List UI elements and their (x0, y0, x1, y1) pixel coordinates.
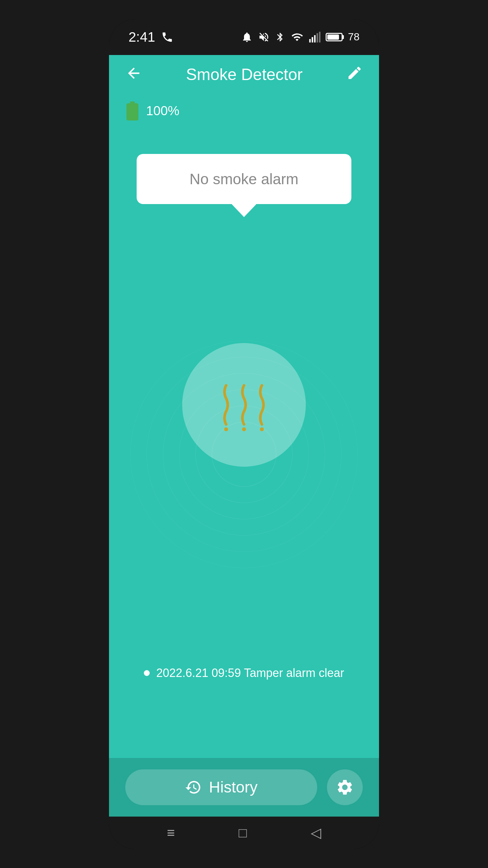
svg-rect-2 (314, 35, 316, 43)
page-title: Smoke Detector (186, 65, 302, 84)
system-nav-bar: ≡ □ ◁ (109, 816, 379, 849)
battery-display (326, 33, 343, 41)
svg-point-8 (242, 427, 246, 431)
last-event: 2022.6.21 09:59 Tamper alarm clear (144, 666, 344, 680)
smoke-status-text: No smoke alarm (190, 170, 299, 187)
history-button[interactable]: History (125, 769, 317, 805)
phone-frame: 2:41 (109, 19, 379, 849)
svg-rect-6 (127, 103, 139, 120)
battery-percent-status: 78 (348, 31, 359, 43)
battery-green-icon (125, 100, 139, 121)
svg-point-7 (224, 427, 228, 431)
alarm-icon (241, 31, 253, 43)
history-label: History (209, 778, 257, 796)
main-content: No smoke alarm (109, 128, 379, 758)
phone-icon (161, 31, 173, 43)
event-dot (144, 670, 150, 676)
time-display: 2:41 (129, 29, 155, 45)
battery-indicator: 100% (109, 94, 379, 128)
status-time: 2:41 (129, 29, 173, 45)
status-bar: 2:41 (109, 19, 379, 55)
smoke-circle (182, 343, 306, 467)
signal-icon (309, 31, 321, 43)
svg-rect-3 (317, 33, 318, 43)
bottom-bar: History (109, 758, 379, 816)
app-screen: Smoke Detector 100% (109, 55, 379, 816)
mute-icon (258, 31, 270, 43)
smoke-detector-icon (182, 343, 306, 467)
svg-rect-0 (310, 39, 311, 43)
svg-rect-1 (312, 37, 313, 43)
edit-button[interactable] (347, 65, 363, 84)
event-text: 2022.6.21 09:59 Tamper alarm clear (156, 666, 344, 680)
svg-point-9 (260, 427, 264, 431)
nav-menu-icon[interactable]: ≡ (167, 825, 175, 841)
settings-button[interactable] (327, 769, 363, 805)
status-icons-right: 78 (241, 31, 359, 43)
battery-percent-label: 100% (146, 103, 179, 118)
app-header: Smoke Detector (109, 55, 379, 94)
nav-home-icon[interactable]: □ (239, 825, 247, 841)
smoke-wavy-icon (208, 372, 280, 437)
settings-icon (336, 778, 354, 797)
svg-rect-4 (319, 32, 321, 42)
status-bubble: No smoke alarm (137, 154, 351, 204)
svg-rect-5 (130, 101, 135, 103)
back-button[interactable] (125, 65, 142, 84)
history-icon (185, 779, 202, 796)
nav-back-icon[interactable]: ◁ (311, 825, 321, 841)
bluetooth-icon (275, 31, 285, 43)
wifi-icon (291, 31, 303, 43)
